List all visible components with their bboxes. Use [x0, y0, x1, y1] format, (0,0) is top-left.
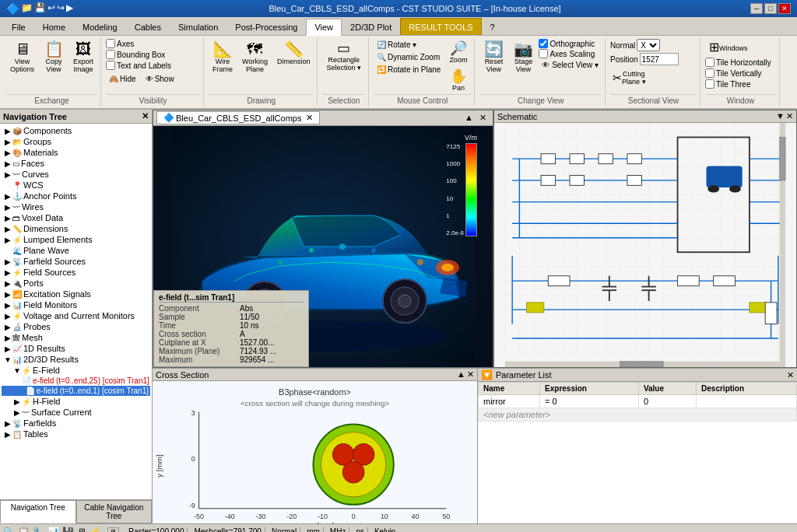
tree-item-hfield[interactable]: ▶⚡H-Field [2, 396, 150, 407]
close-button[interactable]: ✕ [778, 3, 791, 14]
tab-view[interactable]: View [306, 19, 342, 36]
param-filter-icon[interactable]: 🔽 [481, 369, 493, 380]
cross-section-close[interactable]: ✕ [467, 369, 474, 380]
bounding-box-checkbox-row[interactable]: Bounding Box [106, 50, 165, 59]
axes-scaling-checkbox[interactable] [539, 49, 548, 58]
view-3d-maximize[interactable]: ▲ [462, 113, 476, 123]
tree-item-voxel[interactable]: ▶🗃Voxel Data [2, 212, 150, 223]
bounding-box-checkbox[interactable] [106, 50, 115, 59]
tab-2d3dplot[interactable]: 2D/3D Plot [342, 18, 400, 35]
tree-item-probes[interactable]: ▶🔬Probes [2, 321, 150, 332]
show-button[interactable]: 👁 Show [142, 73, 177, 85]
nav-tab-cable[interactable]: Cable Navigation Tree [76, 500, 153, 523]
tree-item-anchor-points[interactable]: ▶⚓Anchor Points [2, 191, 150, 201]
tree-item-field-src[interactable]: ▶⚡Field Sources [2, 267, 150, 278]
rotate-in-plane-button[interactable]: 🔁 Rotate in Plane [374, 64, 444, 75]
view-3d-content[interactable]: 3D [153, 126, 493, 367]
tile-vertically-checkbox[interactable] [705, 68, 714, 78]
dynamic-zoom-button[interactable]: 🔍 Dynamic Zoom [374, 51, 444, 63]
orthographic-checkbox[interactable] [539, 39, 548, 48]
axes-checkbox[interactable] [106, 39, 115, 48]
tree-item-groups[interactable]: ▶📂Groups [2, 136, 150, 147]
view-3d-tab[interactable]: 🔷 Bleu_Car_CBLS_ESD_allComps ✕ [156, 111, 320, 124]
tile-three-checkbox[interactable] [705, 79, 714, 89]
tile-vertically-row[interactable]: Tile Vertically [705, 68, 762, 78]
tile-three-row[interactable]: Tile Three [705, 79, 750, 89]
tree-item-efield[interactable]: ▼⚡E-Field [2, 365, 150, 376]
tree-item-faces[interactable]: ▶▭Faces [2, 158, 150, 169]
tab-cables[interactable]: Cables [126, 18, 170, 35]
hide-button[interactable]: 🙈 Hide [106, 73, 139, 85]
schematic-content[interactable] [494, 123, 796, 367]
orthographic-checkbox-row[interactable]: Orthographic [539, 39, 602, 48]
tree-item-excitation[interactable]: ▶📶Excitation Signals [2, 289, 150, 299]
tree-item-1d-results[interactable]: ▶📈1D Results [2, 343, 150, 354]
tree-item-tables[interactable]: ▶📋Tables [2, 429, 150, 439]
normal-axis-select[interactable]: X Y Z [637, 39, 660, 51]
windows-button[interactable]: ⊞ Windows [705, 39, 752, 56]
param-row-new[interactable]: <new parameter> [479, 408, 797, 422]
position-input[interactable] [640, 53, 679, 65]
status-icon-6[interactable]: 🖥 [77, 527, 86, 533]
tab-result-tools[interactable]: RESULT TOOLS [400, 18, 481, 35]
nav-tree[interactable]: ▶📦Components ▶📂Groups ▶🎨Materials ▶▭Face… [0, 124, 152, 499]
tab-simulation[interactable]: Simulation [170, 18, 226, 35]
tab-file[interactable]: File [3, 18, 34, 35]
status-icon-1[interactable]: 🔍 [3, 527, 15, 533]
param-row-mirror[interactable]: mirror = 0 0 [479, 395, 797, 408]
tree-item-efield-t25[interactable]: 📄e-field (t=0..end,25) [cosim Tran1] [2, 376, 150, 386]
status-icon-7[interactable]: ⚡ [90, 527, 101, 533]
tile-horizontally-row[interactable]: Tile Horizontally [705, 58, 771, 67]
schematic-collapse[interactable]: ▼ [776, 111, 785, 121]
param-list-close[interactable]: ✕ [787, 370, 794, 380]
view-options-button[interactable]: 🖥 ViewOptions [6, 39, 38, 75]
tree-item-2d3d-results[interactable]: ▼📊2D/3D Results [2, 354, 150, 365]
view-3d-pin[interactable]: ✕ [476, 113, 490, 123]
nav-tab-navigation[interactable]: Navigation Tree [0, 500, 76, 523]
schematic-close[interactable]: ✕ [786, 111, 793, 121]
view-3d-close[interactable]: ✕ [306, 113, 313, 123]
tab-postprocessing[interactable]: Post-Processing [226, 18, 306, 35]
tree-item-dimensions[interactable]: ▶📏Dimensions [2, 223, 150, 234]
rectangle-selection-button[interactable]: ▭ RectangleSelection ▾ [322, 39, 365, 74]
status-icon-5[interactable]: 💾 [62, 527, 74, 533]
tree-item-mesh[interactable]: ▶🕸Mesh [2, 332, 150, 343]
tree-item-farfield-src[interactable]: ▶📡Farfield Sources [2, 256, 150, 267]
reset-view-button[interactable]: 🔄 ResetView [479, 39, 507, 75]
tree-item-ports[interactable]: ▶🔌Ports [2, 278, 150, 289]
cross-section-collapse[interactable]: ▲ [457, 369, 465, 380]
nav-panel-close[interactable]: ✕ [142, 111, 149, 121]
cutting-plane-button[interactable]: ✂ CuttingPlane ▾ [610, 67, 648, 88]
zoom-button[interactable]: 🔎 Zoom [445, 39, 471, 66]
dimension-button[interactable]: 📏 Dimension [273, 39, 314, 68]
status-icon-2[interactable]: 📋 [18, 527, 30, 533]
tree-item-vc-monitors[interactable]: ▶⚡Voltage and Current Monitors [2, 310, 150, 321]
tree-item-lumped[interactable]: ▶⚡Lumped Elements [2, 234, 150, 245]
pan-button[interactable]: ✋ Pan [445, 67, 471, 94]
tree-item-components[interactable]: ▶📦Components [2, 125, 150, 136]
text-labels-checkbox[interactable] [106, 61, 115, 70]
tree-item-field-monitors[interactable]: ▶📊Field Monitors [2, 299, 150, 310]
tree-item-wcs[interactable]: 📍WCS [2, 180, 150, 191]
working-plane-button[interactable]: 🗺 WorkingPlane [238, 39, 272, 75]
cross-section-content[interactable]: B3phase<random> <cross section will chan… [153, 381, 477, 523]
stage-view-button[interactable]: 📷 StageView [509, 39, 537, 75]
maximize-button[interactable]: □ [764, 3, 777, 14]
tab-modeling[interactable]: Modeling [74, 18, 126, 35]
minimize-button[interactable]: ─ [750, 3, 763, 14]
export-image-button[interactable]: 🖼 ExportImage [69, 39, 97, 75]
tab-help[interactable]: ? [482, 18, 504, 35]
tree-item-surface-current[interactable]: ▶〰Surface Current [2, 407, 150, 418]
axes-scaling-checkbox-row[interactable]: Axes Scaling [539, 49, 602, 58]
text-labels-checkbox-row[interactable]: Text and Labels [106, 61, 171, 70]
tab-home[interactable]: Home [34, 18, 74, 35]
tree-item-wires[interactable]: ▶〰Wires [2, 201, 150, 212]
status-icon-3[interactable]: 🔧 [33, 527, 44, 533]
select-view-dropdown[interactable]: 👁 Select View ▾ [539, 59, 602, 71]
status-icon-4[interactable]: 📊 [47, 527, 59, 533]
tree-item-curves[interactable]: ▶〰Curves [2, 169, 150, 180]
tree-item-materials[interactable]: ▶🎨Materials [2, 147, 150, 158]
rotate-button[interactable]: 🔄 Rotate ▾ [374, 39, 444, 51]
tree-item-efield-t1[interactable]: 📄e-field (t=0..end,1) [cosim Tran1] [2, 386, 150, 396]
tree-item-farfields[interactable]: ▶📡Farfields [2, 418, 150, 429]
